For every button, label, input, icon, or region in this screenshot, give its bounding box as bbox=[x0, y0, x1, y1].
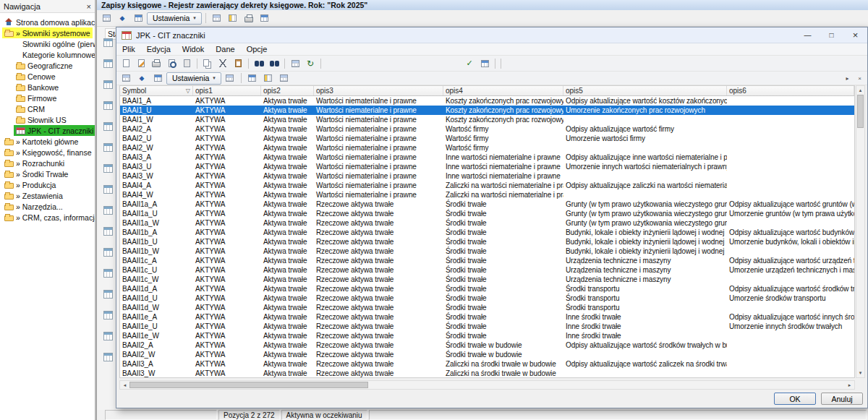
sidebar-item[interactable]: » Zestawienia bbox=[0, 190, 95, 201]
table-panel-icon[interactable] bbox=[103, 269, 113, 278]
table-row[interactable]: BAAI3_A AKTYWA Aktywa trwałe Wartości ni… bbox=[120, 153, 854, 162]
table-row[interactable]: BAAII1b_U AKTYWA Aktywa trwałe Rzeczowe … bbox=[120, 237, 854, 247]
column-header[interactable]: Symbol ▽ bbox=[120, 86, 193, 95]
grid-settings-icon[interactable] bbox=[223, 72, 237, 85]
scroll-right-icon[interactable]: ▸ bbox=[845, 382, 854, 388]
columns-icon[interactable] bbox=[226, 12, 240, 25]
table-panel-icon[interactable] bbox=[103, 38, 113, 47]
sidebar-item[interactable]: Bankowe bbox=[0, 82, 95, 93]
table-row[interactable]: BAAII1a_A AKTYWA Aktywa trwałe Rzeczowe … bbox=[120, 200, 854, 209]
summary-icon[interactable] bbox=[258, 12, 272, 25]
maximize-button[interactable]: □ bbox=[820, 27, 843, 43]
page-setup-icon[interactable] bbox=[179, 57, 194, 70]
table-row[interactable]: BAAI4_A AKTYWA Aktywa trwałe Wartości ni… bbox=[120, 181, 854, 190]
horizontal-scrollbar[interactable]: ◂ ▸ bbox=[119, 380, 855, 390]
sidebar-item[interactable]: Geograficzne bbox=[0, 60, 95, 71]
sidebar-item[interactable]: » Środki Trwałe bbox=[0, 168, 95, 179]
table-panel-icon[interactable] bbox=[103, 353, 113, 361]
vertical-scrollbar[interactable]: ▴ ▾ bbox=[856, 85, 865, 378]
table-row[interactable]: BAAI3_U AKTYWA Aktywa trwałe Wartości ni… bbox=[120, 162, 854, 171]
menu-item[interactable]: Widok bbox=[176, 45, 210, 53]
print-preview-icon[interactable] bbox=[164, 57, 179, 70]
special-functions-icon[interactable] bbox=[477, 57, 492, 70]
table-panel-icon[interactable] bbox=[103, 311, 113, 320]
table-row[interactable]: BAAII1e_U AKTYWA Aktywa trwałe Rzeczowe … bbox=[120, 322, 854, 331]
table-panel-icon[interactable] bbox=[103, 143, 113, 152]
table-row[interactable]: BAAII1e_A AKTYWA Aktywa trwałe Rzeczowe … bbox=[120, 312, 854, 322]
table-row[interactable]: BAAII3_A AKTYWA Aktywa trwałe Rzeczowe a… bbox=[120, 359, 854, 369]
table-panel-icon[interactable] bbox=[103, 164, 113, 173]
column-header[interactable]: opis6 bbox=[727, 86, 854, 95]
table-panel-icon[interactable] bbox=[103, 185, 113, 194]
table-row[interactable]: BAAI2_W AKTYWA Aktywa trwałe Wartości ni… bbox=[120, 143, 854, 153]
column-header[interactable]: opis4 bbox=[443, 86, 563, 95]
horizontal-scroll-thumb[interactable] bbox=[129, 382, 368, 388]
table-row[interactable]: BAAII1d_A AKTYWA Aktywa trwałe Rzeczowe … bbox=[120, 284, 854, 293]
minimize-button[interactable]: — bbox=[796, 27, 820, 43]
cancel-button[interactable]: Anuluj bbox=[821, 393, 863, 405]
table-row[interactable]: BAAI1_U AKTYWA Aktywa trwałe Wartości ni… bbox=[120, 106, 854, 115]
export-table-icon[interactable] bbox=[210, 12, 224, 25]
sidebar-item[interactable]: CRM bbox=[0, 103, 95, 114]
sidebar-item[interactable]: Firmowe bbox=[0, 93, 95, 103]
ok-button[interactable]: OK bbox=[774, 393, 816, 405]
record-navigator-icon[interactable]: ◆ bbox=[115, 12, 129, 25]
sidebar-item[interactable]: » CRM, czas, informacja bbox=[0, 212, 95, 223]
scroll-up-icon[interactable]: ▴ bbox=[859, 86, 862, 95]
table-row[interactable]: BAAII1a_U AKTYWA Aktywa trwałe Rzeczowe … bbox=[120, 209, 854, 218]
vertical-scroll-thumb[interactable] bbox=[857, 95, 864, 128]
table-row[interactable]: BAAI4_W AKTYWA Aktywa trwałe Wartości ni… bbox=[120, 190, 854, 200]
table-row[interactable]: BAAII1d_U AKTYWA Aktywa trwałe Rzeczowe … bbox=[120, 293, 854, 303]
cut-icon[interactable] bbox=[216, 57, 230, 70]
scroll-down-icon[interactable]: ▾ bbox=[859, 369, 862, 377]
table-row[interactable]: BAAI3_W AKTYWA Aktywa trwałe Wartości ni… bbox=[120, 171, 854, 181]
columns-icon[interactable] bbox=[261, 72, 276, 85]
table-row[interactable]: BAAII2_W AKTYWA Aktywa trwałe Rzeczowe a… bbox=[120, 350, 854, 359]
table-row[interactable]: BAAI2_U AKTYWA Aktywa trwałe Wartości ni… bbox=[120, 134, 854, 143]
menu-item[interactable]: Plik bbox=[116, 45, 141, 53]
table-row[interactable]: BAAII1e_W AKTYWA Aktywa trwałe Rzeczowe … bbox=[120, 331, 854, 340]
refresh-icon[interactable]: ↻ bbox=[303, 57, 318, 70]
table-row[interactable]: BAAII2_A AKTYWA Aktywa trwałe Rzeczowe a… bbox=[120, 340, 854, 350]
paste-icon[interactable] bbox=[231, 57, 245, 70]
close-icon[interactable]: × bbox=[87, 2, 91, 11]
dialog-titlebar[interactable]: JPK - CIT znaczniki — □ × bbox=[116, 27, 867, 43]
table-row[interactable]: BAAI1_W AKTYWA Aktywa trwałe Wartości ni… bbox=[120, 115, 854, 124]
export-table-icon[interactable] bbox=[245, 72, 260, 85]
table-panel-icon[interactable] bbox=[103, 227, 113, 236]
sidebar-item[interactable]: » Rozrachunki bbox=[0, 158, 95, 168]
table-panel-icon[interactable] bbox=[103, 206, 113, 215]
table-row[interactable]: BAAII1c_A AKTYWA Aktywa trwałe Rzeczowe … bbox=[120, 256, 854, 265]
accept-icon[interactable]: ✓ bbox=[462, 57, 477, 70]
table-panel-icon[interactable] bbox=[103, 80, 113, 89]
table-row[interactable]: BAAII1b_W AKTYWA Aktywa trwałe Rzeczowe … bbox=[120, 247, 854, 256]
scroll-left-icon[interactable]: ◂ bbox=[120, 382, 129, 388]
close-panel-icon[interactable]: × bbox=[854, 72, 865, 85]
table-panel-icon[interactable] bbox=[103, 59, 113, 68]
table-panel-icon[interactable] bbox=[103, 290, 113, 299]
table-row[interactable]: BAAI1_A AKTYWA Aktywa trwałe Wartości ni… bbox=[120, 96, 854, 106]
copy-icon[interactable] bbox=[200, 57, 215, 70]
sidebar-item[interactable]: » Narzędzia... bbox=[0, 201, 95, 212]
edit-document-icon[interactable] bbox=[134, 57, 148, 70]
sidebar-item[interactable]: JPK - CIT znaczniki bbox=[0, 125, 95, 136]
table-row[interactable]: BAAII1a_W AKTYWA Aktywa trwałe Rzeczowe … bbox=[120, 218, 854, 228]
table-row[interactable]: BAAII3_W AKTYWA Aktywa trwałe Rzeczowe a… bbox=[120, 369, 854, 378]
search-icon[interactable] bbox=[252, 57, 266, 70]
table-icon[interactable] bbox=[288, 57, 302, 70]
sidebar-item[interactable]: Cenowe bbox=[0, 71, 95, 82]
column-header[interactable]: opis1 bbox=[193, 86, 261, 95]
sidebar-item[interactable]: Strona domowa aplikacji bbox=[0, 17, 95, 27]
record-navigator-icon[interactable]: ◆ bbox=[135, 72, 149, 85]
menu-item[interactable]: Opcje bbox=[241, 45, 273, 53]
column-header[interactable]: opis2 bbox=[261, 86, 314, 95]
grid-view-icon[interactable] bbox=[99, 12, 114, 25]
new-document-icon[interactable] bbox=[119, 57, 133, 70]
layout-icon[interactable] bbox=[131, 12, 145, 25]
summary-icon[interactable] bbox=[277, 72, 292, 85]
table-row[interactable]: BAAII1d_W AKTYWA Aktywa trwałe Rzeczowe … bbox=[120, 303, 854, 312]
print-icon[interactable] bbox=[149, 57, 163, 70]
menu-item[interactable]: Dane bbox=[210, 45, 240, 53]
sidebar-item[interactable]: Kategorie kolumnowe bbox=[0, 49, 95, 60]
ustawienia-dropdown[interactable]: Ustawienia ▾ bbox=[147, 12, 202, 25]
